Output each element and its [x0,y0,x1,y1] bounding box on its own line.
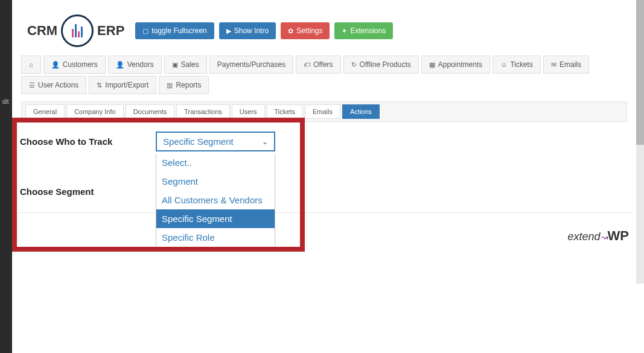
tab-label: Sales [181,60,199,69]
tab-home[interactable]: ⌂ [21,56,41,74]
tab-vendors[interactable]: 👤 Vendors [108,56,162,74]
tab-label: Payments/Purchases [217,60,285,69]
tab-label: Offline Products [360,60,411,69]
tab-tickets[interactable]: ☺ Tickets [493,56,541,74]
tab-label: Import/Export [105,81,148,89]
logo-text-left: CRM [27,23,57,39]
tag-icon: 🏷 [304,61,310,68]
footer-suffix: WP [608,228,629,243]
logo-text-right: ERP [97,23,124,39]
ticket-icon: ☺ [500,61,507,68]
button-label: Show Intro [234,27,269,35]
tab-customers[interactable]: 👤 Customers [43,56,106,74]
logo-circle-icon [61,14,94,47]
calendar-icon: ▦ [429,61,435,69]
subtabs: General Company Info Documents Transacti… [25,104,623,119]
subtab-emails[interactable]: Emails [305,104,340,119]
tab-import-export[interactable]: ⇅ Import/Export [89,76,156,94]
admin-sidebar: dit [0,0,12,353]
button-label: Settings [296,27,322,35]
annotation-highlight [12,118,305,252]
header-row: CRM ERP ▢ toggle Fullscreen ▶ Show Intro… [12,0,636,56]
swoosh-icon: ↝ [601,232,608,242]
header-buttons: ▢ toggle Fullscreen ▶ Show Intro ✿ Setti… [135,22,393,39]
logo-bars-icon [72,24,83,37]
show-intro-button[interactable]: ▶ Show Intro [219,22,276,39]
main-tabs: ⌂ 👤 Customers 👤 Vendors ▣ Sales Payments… [12,56,636,101]
settings-button[interactable]: ✿ Settings [281,22,330,39]
button-label: Extensions [350,27,386,35]
user-icon: 👤 [51,61,60,69]
user-icon: 👤 [116,61,124,69]
upload-icon: ⇅ [97,81,102,89]
tab-offers[interactable]: 🏷 Offers [296,56,340,74]
tab-label: User Actions [38,81,78,89]
play-icon: ▶ [226,27,231,35]
money-icon: ▣ [172,61,178,69]
footer-text: extend [568,231,601,243]
tab-label: Emails [560,60,581,69]
scrollbar[interactable] [636,0,644,284]
extensions-button[interactable]: ✦ Extensions [334,22,393,39]
tab-label: Vendors [127,60,154,69]
subtab-users[interactable]: Users [232,104,265,119]
subtab-general[interactable]: General [25,104,65,119]
main-area: CRM ERP ▢ toggle Fullscreen ▶ Show Intro… [12,0,636,353]
app-logo: CRM ERP [27,14,124,47]
tab-user-actions[interactable]: ☰ User Actions [21,76,86,94]
scrollbar-thumb[interactable] [636,0,644,145]
tab-label: Reports [176,81,201,89]
tab-reports[interactable]: ▥ Reports [159,76,209,94]
gear-icon: ✿ [288,27,293,35]
footer-brand: extend↝WP [568,228,630,244]
fullscreen-icon: ▢ [142,27,148,35]
tab-label: Customers [63,60,98,69]
offline-icon: ↻ [351,61,357,69]
subtab-actions[interactable]: Actions [342,104,380,119]
subtab-company-info[interactable]: Company Info [66,104,123,119]
tab-label: Offers [313,60,333,69]
tab-label: Appointments [438,60,482,69]
puzzle-icon: ✦ [342,27,347,35]
chart-icon: ▥ [167,81,173,89]
tab-appointments[interactable]: ▦ Appointments [421,56,490,74]
tab-emails[interactable]: ✉ Emails [543,56,589,74]
button-label: toggle Fullscreen [151,27,206,35]
list-icon: ☰ [29,81,35,89]
tab-payments[interactable]: Payments/Purchases [209,56,293,74]
home-icon: ⌂ [29,61,33,68]
tab-sales[interactable]: ▣ Sales [164,56,207,74]
subtab-transactions[interactable]: Transactions [176,104,230,119]
mail-icon: ✉ [551,61,556,69]
sidebar-fragment-text: dit [2,98,9,105]
toggle-fullscreen-button[interactable]: ▢ toggle Fullscreen [135,22,214,39]
tab-offline-products[interactable]: ↻ Offline Products [343,56,419,74]
subtab-documents[interactable]: Documents [126,104,175,119]
subtab-tickets[interactable]: Tickets [267,104,303,119]
tab-label: Tickets [510,60,533,69]
